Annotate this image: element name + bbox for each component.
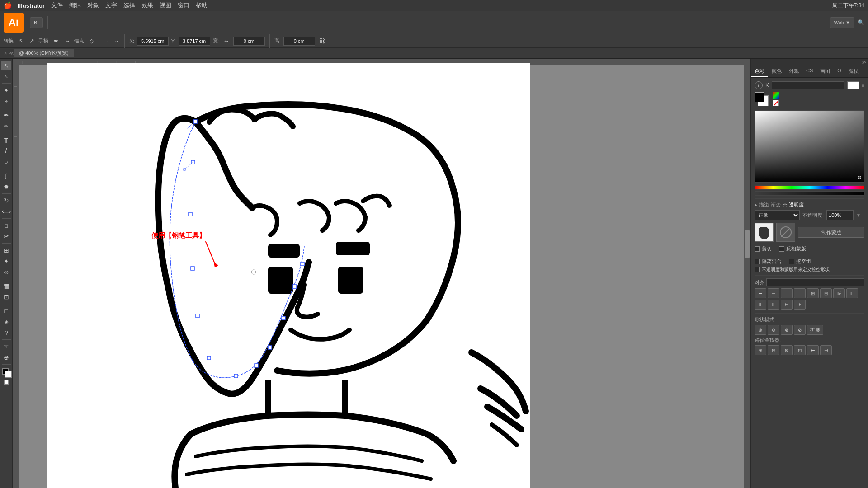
tool-select[interactable]: ↖: [1, 61, 11, 70]
menu-window[interactable]: 窗口: [178, 1, 189, 9]
pf-crop-btn[interactable]: ⊡: [794, 345, 806, 355]
tool-ellipse[interactable]: ○: [1, 157, 11, 167]
opacity-expand-icon[interactable]: ▼: [856, 213, 861, 218]
pf-divide-btn[interactable]: ⊞: [755, 345, 766, 355]
workspace-button[interactable]: Web ▼: [830, 17, 854, 28]
distribute-left-btn[interactable]: ⊮: [833, 288, 845, 298]
unite-btn[interactable]: ⊕: [755, 325, 766, 335]
search-button[interactable]: 🔍: [857, 19, 864, 26]
constrain-icon[interactable]: ⛓: [318, 38, 326, 44]
distribute-right-btn[interactable]: ⊪: [755, 300, 766, 310]
transform-icon2[interactable]: ↗: [28, 38, 36, 44]
menu-view[interactable]: 视图: [160, 1, 171, 9]
tool-symbol[interactable]: ⊡: [1, 292, 11, 302]
info-icon[interactable]: ℹ: [755, 81, 763, 89]
scrollbar-thumb[interactable]: [745, 230, 750, 258]
handle-icon1[interactable]: ✒: [52, 38, 60, 44]
transform-icon1[interactable]: ↖: [18, 38, 25, 44]
tab-outside[interactable]: 外观: [785, 66, 802, 77]
distribute-center-v-btn[interactable]: ⊨: [781, 300, 793, 310]
pf-outline-btn[interactable]: ⊢: [807, 345, 819, 355]
tab-drawing[interactable]: 画图: [816, 66, 834, 77]
k-value-input[interactable]: [772, 81, 844, 89]
color-button[interactable]: [773, 92, 779, 99]
tool-zoom[interactable]: ⊕: [1, 352, 11, 362]
align-center-h-btn[interactable]: ⊣: [768, 288, 779, 298]
close-doc-icon[interactable]: ✕: [4, 51, 7, 56]
align-center-v-btn[interactable]: ⊞: [807, 288, 819, 298]
exclude-btn[interactable]: ⊘: [794, 325, 806, 335]
opacity-mask-checkbox[interactable]: [755, 267, 760, 272]
tool-chart[interactable]: ▦: [1, 281, 11, 291]
vertical-scrollbar[interactable]: [744, 59, 750, 488]
menu-text[interactable]: 文字: [105, 1, 117, 9]
opacity-input[interactable]: [826, 210, 854, 220]
menu-edit[interactable]: 编辑: [69, 1, 81, 9]
handle-icon2[interactable]: ↔: [63, 38, 71, 44]
x-input[interactable]: [137, 37, 169, 46]
tool-rotate[interactable]: ↻: [1, 196, 11, 206]
tool-eraser[interactable]: ◻: [1, 221, 11, 230]
tool-measure[interactable]: ⚲: [1, 328, 11, 338]
knockout-checkbox[interactable]: [789, 259, 794, 264]
anchor-icon1[interactable]: ◇: [88, 38, 95, 44]
tab-color[interactable]: 色彩: [751, 66, 768, 77]
pf-merge-btn[interactable]: ⊠: [781, 345, 793, 355]
tool-scissors[interactable]: ✂: [1, 231, 11, 241]
menu-effect[interactable]: 效果: [142, 1, 153, 9]
mask-thumbnail[interactable]: [755, 223, 774, 242]
tool-text[interactable]: T: [1, 135, 11, 145]
default-colors-icon[interactable]: [4, 380, 9, 385]
tool-magic-wand[interactable]: ✦: [1, 85, 11, 95]
tool-brush[interactable]: ∫: [1, 171, 11, 181]
panel-collapse-icon[interactable]: ≫: [862, 60, 866, 65]
menu-select[interactable]: 选择: [123, 1, 135, 9]
isolate-checkbox[interactable]: [755, 259, 760, 264]
intersect-btn[interactable]: ⊗: [781, 325, 793, 335]
height-input[interactable]: [283, 37, 315, 46]
tab-appearance[interactable]: 颜色: [768, 66, 785, 77]
expand-options-icon[interactable]: ≡: [862, 83, 864, 88]
color-swatch[interactable]: [847, 81, 859, 89]
no-mask-button[interactable]: [776, 223, 795, 242]
align-bottom-btn[interactable]: ⊟: [820, 288, 832, 298]
distribute-bottom-btn[interactable]: ⊧: [794, 300, 806, 310]
tool-blob-brush[interactable]: ⬟: [1, 182, 11, 192]
apple-menu[interactable]: 🍎: [4, 1, 12, 9]
tool-eyedropper[interactable]: ✦: [1, 256, 11, 266]
smooth-icon[interactable]: ~: [114, 38, 120, 44]
distribute-center-h-btn[interactable]: ⊫: [846, 288, 858, 298]
pf-minus-back-btn[interactable]: ⊣: [820, 345, 832, 355]
document-tab[interactable]: @ 400% (CMYK/预览): [14, 49, 74, 57]
tool-direct-select[interactable]: ↖: [1, 71, 11, 81]
minus-front-btn[interactable]: ⊖: [768, 325, 779, 335]
hue-bar[interactable]: [755, 185, 864, 190]
fill-color[interactable]: [1, 367, 11, 377]
alpha-bar[interactable]: [755, 191, 864, 196]
tool-pen[interactable]: ✒: [1, 110, 11, 120]
align-top-btn[interactable]: ⊥: [794, 288, 806, 298]
bridge-button[interactable]: Br: [30, 17, 43, 28]
make-mask-button[interactable]: 制作蒙版: [798, 227, 864, 238]
tool-reflect[interactable]: ⟺: [1, 206, 11, 216]
pin-doc-icon[interactable]: ≪: [9, 51, 14, 56]
tool-line[interactable]: /: [1, 146, 11, 156]
corner-icon[interactable]: ⌐: [105, 38, 111, 44]
menu-help[interactable]: 帮助: [196, 1, 208, 9]
tool-pencil[interactable]: ✏: [1, 121, 11, 131]
tab-cs[interactable]: CS: [802, 66, 816, 77]
transparency-tab[interactable]: ☆ 透明度: [783, 202, 804, 208]
tool-rectangle[interactable]: □: [1, 306, 11, 316]
align-target-input[interactable]: [766, 278, 864, 286]
tool-artboard[interactable]: ⊞: [1, 245, 11, 255]
color-gradient-area[interactable]: [755, 110, 864, 183]
invert-checkbox[interactable]: [779, 246, 784, 252]
tool-hand[interactable]: ☞: [1, 342, 11, 352]
align-left-btn[interactable]: ⊢: [755, 288, 766, 298]
tool-color-picker[interactable]: ◈: [1, 317, 11, 327]
tab-o[interactable]: O: [834, 66, 845, 77]
tool-blend[interactable]: ∞: [1, 267, 11, 277]
clip-checkbox[interactable]: [755, 246, 760, 252]
no-color-button[interactable]: [773, 100, 779, 106]
blend-mode-select[interactable]: 正常: [755, 210, 800, 220]
